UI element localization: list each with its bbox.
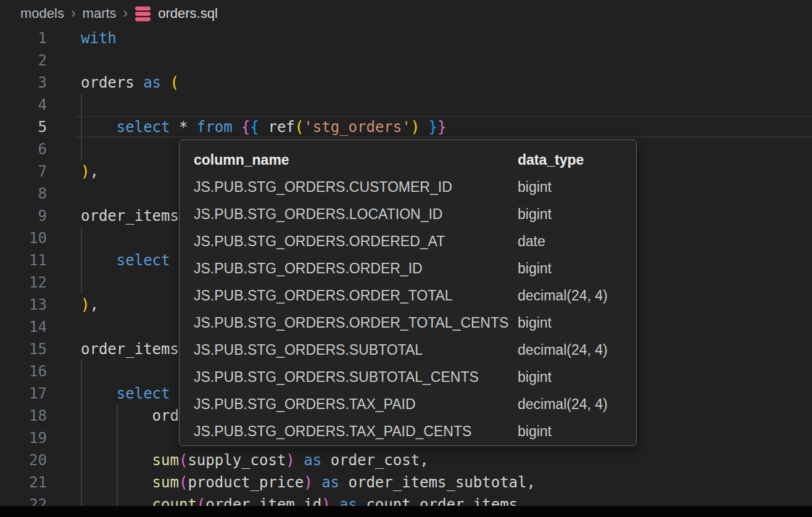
indent-guide-line [81, 227, 82, 249]
line-number[interactable]: 5 [0, 116, 47, 138]
popup-cell-column-name: JS.PUB.STG_ORDERS.SUBTOTAL_CENTS [194, 369, 518, 386]
popup-cell-data-type: bigint [518, 179, 552, 196]
popup-cell-column-name: JS.PUB.STG_ORDERS.TAX_PAID [194, 396, 518, 413]
code-line[interactable]: 20 sum(supply_cost) as order_cost, [0, 449, 812, 471]
code-text: ord [81, 405, 179, 427]
bottom-bar [0, 506, 812, 517]
popup-cell-data-type: bigint [518, 423, 552, 440]
indent-guide-line [81, 271, 82, 294]
popup-cell-data-type: bigint [518, 260, 552, 277]
popup-cell-data-type: decimal(24, 4) [518, 396, 608, 413]
code-text: select * from {{ ref('stg_orders') }} [81, 116, 446, 138]
popup-cell-column-name: JS.PUB.STG_ORDERS.TAX_PAID_CENTS [194, 423, 518, 440]
popup-row: JS.PUB.STG_ORDERS.ORDER_IDbigint [180, 255, 636, 282]
breadcrumb-separator-icon: › [123, 5, 128, 22]
indent-guide-line [81, 94, 82, 116]
popup-cell-data-type: decimal(24, 4) [518, 342, 608, 358]
line-number[interactable]: 8 [0, 183, 47, 205]
line-number[interactable]: 2 [0, 49, 47, 72]
breadcrumb: models › marts › orders.sql [0, 0, 812, 27]
popup-cell-column-name: JS.PUB.STG_ORDERS.CUSTOMER_ID [194, 179, 518, 196]
code-editor[interactable]: 1with23orders as (45 select * from {{ re… [0, 27, 812, 506]
code-line[interactable]: 2 [0, 49, 812, 72]
line-number[interactable]: 17 [0, 383, 47, 405]
indent-guide-line [81, 427, 82, 449]
code-text: order_items [81, 205, 179, 227]
line-number[interactable]: 19 [0, 427, 47, 449]
line-number[interactable]: 15 [0, 338, 47, 360]
line-number[interactable]: 16 [0, 360, 47, 383]
code-text: sum(product_price) as order_items_subtot… [81, 471, 536, 494]
popup-row: JS.PUB.STG_ORDERS.ORDERED_ATdate [180, 228, 636, 255]
code-text: sum(supply_cost) as order_cost, [81, 449, 429, 471]
code-text: with [81, 27, 117, 49]
code-text: ), [81, 160, 99, 183]
code-line[interactable]: 22 count(order_item_id) as count_order_i… [0, 494, 812, 506]
column-info-popup: column_name data_type JS.PUB.STG_ORDERS.… [179, 139, 637, 446]
popup-row: JS.PUB.STG_ORDERS.SUBTOTALdecimal(24, 4) [180, 336, 636, 363]
line-number[interactable]: 22 [0, 494, 47, 506]
line-number[interactable]: 21 [0, 471, 47, 494]
indent-guide-line [81, 360, 82, 383]
popup-row: JS.PUB.STG_ORDERS.CUSTOMER_IDbigint [180, 173, 636, 201]
line-number[interactable]: 6 [0, 138, 47, 160]
popup-row: JS.PUB.STG_ORDERS.ORDER_TOTAL_CENTSbigin… [180, 309, 636, 336]
popup-row: JS.PUB.STG_ORDERS.ORDER_TOTALdecimal(24,… [180, 282, 636, 309]
popup-header-column-name: column_name [194, 152, 518, 168]
popup-cell-data-type: date [518, 233, 545, 250]
popup-cell-data-type: bigint [518, 315, 552, 331]
code-text: select [81, 383, 170, 405]
breadcrumb-item-marts[interactable]: marts [83, 6, 117, 22]
breadcrumb-file-name[interactable]: orders.sql [158, 6, 218, 22]
line-number[interactable]: 10 [0, 227, 47, 249]
popup-rows: JS.PUB.STG_ORDERS.CUSTOMER_IDbigintJS.PU… [180, 173, 636, 445]
popup-header-data-type: data_type [518, 152, 584, 168]
code-line[interactable]: 3orders as ( [0, 72, 812, 94]
code-text: select [81, 249, 170, 271]
popup-row: JS.PUB.STG_ORDERS.SUBTOTAL_CENTSbigint [180, 363, 636, 391]
code-text: orders as ( [81, 72, 179, 94]
popup-cell-data-type: bigint [518, 369, 552, 386]
line-number[interactable]: 14 [0, 316, 47, 338]
code-text: ), [81, 294, 99, 316]
popup-row: JS.PUB.STG_ORDERS.LOCATION_IDbigint [180, 201, 636, 228]
database-icon [135, 6, 151, 22]
code-text: count(order_item_id) as count_order_item… [81, 494, 518, 506]
popup-cell-column-name: JS.PUB.STG_ORDERS.SUBTOTAL [194, 342, 518, 358]
popup-header-row: column_name data_type [180, 146, 636, 173]
popup-cell-column-name: JS.PUB.STG_ORDERS.LOCATION_ID [194, 206, 518, 223]
breadcrumb-item-models[interactable]: models [20, 6, 64, 22]
line-number[interactable]: 20 [0, 449, 47, 471]
popup-row: JS.PUB.STG_ORDERS.TAX_PAIDdecimal(24, 4) [180, 391, 636, 418]
line-number[interactable]: 18 [0, 405, 47, 427]
popup-cell-column-name: JS.PUB.STG_ORDERS.ORDER_TOTAL [194, 287, 518, 304]
line-number[interactable]: 12 [0, 271, 47, 294]
popup-cell-data-type: decimal(24, 4) [518, 287, 608, 304]
popup-cell-column-name: JS.PUB.STG_ORDERS.ORDER_ID [194, 260, 518, 277]
popup-row: JS.PUB.STG_ORDERS.TAX_PAID_CENTSbigint [180, 418, 636, 445]
line-number[interactable]: 1 [0, 27, 47, 49]
line-number[interactable]: 7 [0, 160, 47, 183]
popup-cell-data-type: bigint [518, 206, 552, 223]
code-line[interactable]: 4 [0, 94, 812, 116]
popup-cell-column-name: JS.PUB.STG_ORDERS.ORDER_TOTAL_CENTS [194, 315, 518, 331]
line-number[interactable]: 4 [0, 94, 47, 116]
code-line[interactable]: 1with [0, 27, 812, 49]
line-number[interactable]: 11 [0, 249, 47, 271]
breadcrumb-separator-icon: › [71, 5, 76, 22]
line-number[interactable]: 13 [0, 294, 47, 316]
line-number[interactable]: 9 [0, 205, 47, 227]
line-number[interactable]: 3 [0, 72, 47, 94]
code-text: order_items [81, 338, 179, 360]
indent-guide-line [117, 427, 118, 449]
code-line[interactable]: 21 sum(product_price) as order_items_sub… [0, 471, 812, 494]
editor-window: models › marts › orders.sql 1with23order… [0, 0, 812, 517]
code-line[interactable]: 5 select * from {{ ref('stg_orders') }} [0, 116, 812, 138]
indent-guide-line [81, 138, 82, 160]
popup-cell-column-name: JS.PUB.STG_ORDERS.ORDERED_AT [194, 233, 518, 250]
